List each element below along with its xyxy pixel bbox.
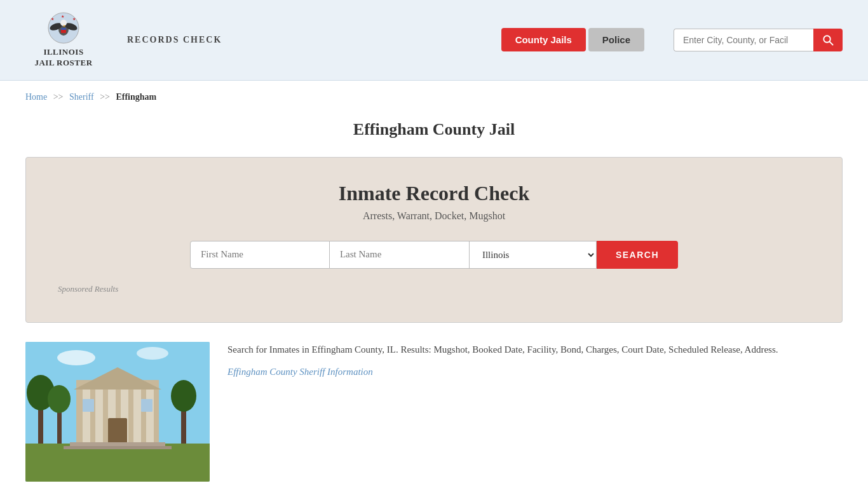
inmate-search-form: AlabamaAlaskaArizonaArkansasCaliforniaCo… bbox=[58, 241, 810, 269]
illinois-seal-icon: ★ ★ ★ bbox=[47, 11, 80, 44]
svg-text:★: ★ bbox=[61, 15, 64, 18]
first-name-input[interactable] bbox=[190, 241, 330, 269]
nav-buttons: County Jails Police bbox=[501, 28, 644, 51]
svg-rect-28 bbox=[83, 399, 94, 412]
logo-text: ILLINOIS JAIL ROSTER bbox=[34, 47, 92, 69]
header-search-button[interactable] bbox=[813, 29, 843, 51]
breadcrumb: Home >> Sheriff >> Effingham bbox=[0, 81, 868, 109]
header-search-input[interactable] bbox=[674, 29, 813, 51]
bottom-description: Search for Inmates in Effingham County, … bbox=[227, 342, 843, 387]
svg-rect-7 bbox=[61, 28, 66, 30]
county-jails-button[interactable]: County Jails bbox=[501, 28, 586, 51]
header-search-bar bbox=[674, 29, 843, 51]
svg-rect-20 bbox=[83, 390, 90, 444]
svg-text:★: ★ bbox=[51, 17, 54, 21]
svg-text:★: ★ bbox=[72, 17, 76, 21]
breadcrumb-sheriff[interactable]: Sheriff bbox=[69, 92, 94, 102]
bottom-section: Search for Inmates in Effingham County, … bbox=[0, 342, 868, 488]
svg-point-34 bbox=[57, 350, 95, 365]
breadcrumb-home[interactable]: Home bbox=[25, 92, 47, 102]
svg-point-35 bbox=[137, 347, 168, 360]
sponsored-results-label: Sponsored Results bbox=[58, 284, 810, 294]
svg-rect-29 bbox=[141, 399, 153, 412]
search-icon bbox=[822, 34, 834, 46]
records-check-label: RECORDS CHECK bbox=[127, 35, 222, 45]
svg-rect-25 bbox=[146, 390, 154, 444]
inmate-record-subtitle: Arrests, Warrant, Docket, Mugshot bbox=[58, 210, 810, 222]
svg-point-18 bbox=[48, 385, 71, 413]
police-button[interactable]: Police bbox=[588, 28, 644, 51]
site-header: ★ ★ ★ ILLINOIS JAIL ROSTER RECORDS CHECK… bbox=[0, 0, 868, 81]
svg-rect-27 bbox=[108, 418, 127, 444]
svg-line-12 bbox=[830, 42, 833, 45]
breadcrumb-sep2: >> bbox=[100, 92, 110, 102]
inmate-record-heading: Inmate Record Check bbox=[58, 182, 810, 205]
breadcrumb-current: Effingham bbox=[116, 92, 156, 102]
search-button[interactable]: SEARCH bbox=[597, 241, 678, 269]
courthouse-svg bbox=[25, 342, 210, 482]
svg-rect-24 bbox=[133, 390, 141, 444]
svg-rect-30 bbox=[70, 442, 165, 446]
bottom-subheading: Effingham County Sheriff Information bbox=[227, 364, 843, 381]
page-title: Effingham County Jail bbox=[0, 120, 868, 139]
last-name-input[interactable] bbox=[330, 241, 470, 269]
inmate-record-section: Inmate Record Check Arrests, Warrant, Do… bbox=[25, 157, 843, 323]
svg-point-33 bbox=[171, 380, 196, 412]
state-select[interactable]: AlabamaAlaskaArizonaArkansasCaliforniaCo… bbox=[470, 241, 597, 269]
svg-rect-31 bbox=[64, 446, 172, 449]
site-logo[interactable]: ★ ★ ★ ILLINOIS JAIL ROSTER bbox=[25, 11, 102, 69]
courthouse-image bbox=[25, 342, 210, 482]
breadcrumb-sep1: >> bbox=[53, 92, 64, 102]
bottom-description-text: Search for Inmates in Effingham County, … bbox=[227, 342, 843, 358]
svg-rect-21 bbox=[95, 390, 103, 444]
